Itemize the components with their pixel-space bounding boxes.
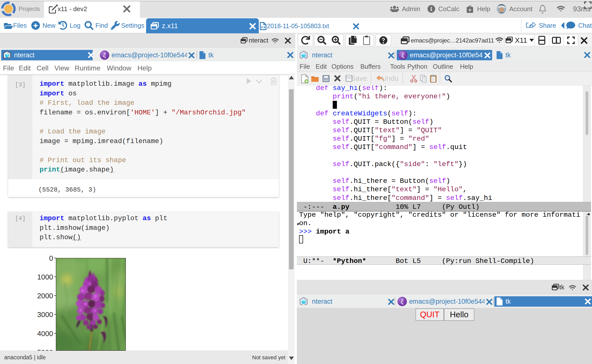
svg-text:ξ: ξ xyxy=(401,298,404,305)
svg-text:ξ: ξ xyxy=(401,51,404,59)
svg-text:ξ: ξ xyxy=(103,51,106,59)
